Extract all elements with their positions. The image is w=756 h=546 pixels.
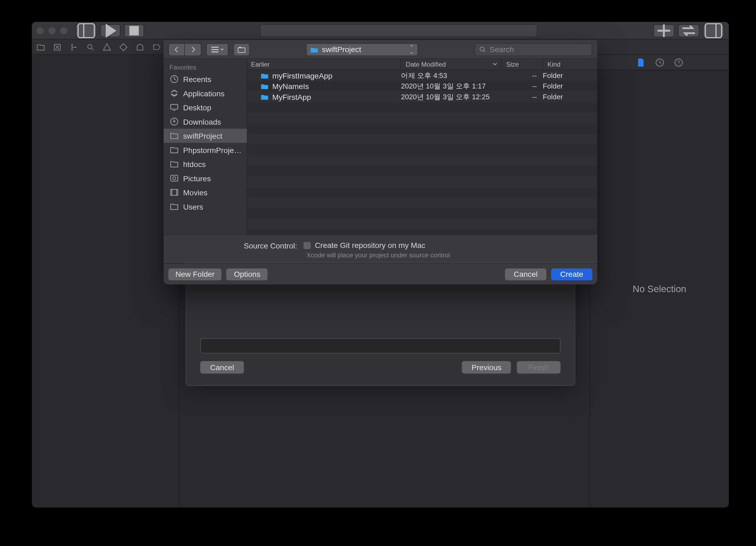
new-folder-button[interactable]: New Folder	[168, 268, 222, 280]
sidebar-item-recents[interactable]: Recents	[164, 72, 247, 86]
sidebar-item-label: Users	[183, 202, 203, 211]
file-inspector-tab[interactable]	[636, 57, 645, 67]
nav-back-button[interactable]	[168, 43, 185, 56]
project-navigator-tab[interactable]	[37, 43, 45, 51]
empty-row	[248, 134, 597, 145]
close-window-button[interactable]	[37, 27, 44, 34]
code-review-button[interactable]	[678, 24, 699, 37]
zoom-window-button[interactable]	[60, 27, 67, 34]
file-row[interactable]: MyNameIs2020년 10월 3일 오후 1:17--Folder	[248, 81, 597, 92]
history-inspector-tab[interactable]	[655, 57, 664, 67]
source-control-navigator-tab[interactable]	[53, 43, 62, 51]
sidebar-item-movies[interactable]: Movies	[164, 185, 247, 200]
stop-icon	[125, 22, 144, 40]
create-button[interactable]: Create	[551, 268, 592, 280]
inspectors-toggle-button[interactable]	[703, 24, 724, 37]
empty-row	[248, 198, 597, 208]
library-button[interactable]	[653, 24, 674, 37]
sidebar-item-label: swiftProject	[183, 131, 222, 140]
empty-row	[248, 113, 597, 123]
help-icon: ?	[674, 57, 683, 67]
source-control-label: Source Control:	[173, 241, 297, 250]
file-kind: Folder	[543, 93, 597, 101]
wizard-text-field[interactable]	[200, 338, 561, 353]
view-mode-popup[interactable]	[206, 43, 228, 56]
minimize-window-button[interactable]	[48, 27, 55, 34]
help-inspector-tab[interactable]: ?	[674, 57, 683, 67]
save-panel-sidebar: Favorites RecentsApplicationsDesktopDown…	[164, 59, 248, 235]
test-navigator-tab[interactable]	[119, 43, 128, 51]
empty-row	[248, 102, 597, 113]
file-size: --	[501, 72, 543, 80]
search-placeholder: Search	[490, 45, 514, 54]
svg-point-7	[71, 49, 73, 50]
column-size-header[interactable]: Size	[501, 59, 543, 70]
symbol-navigator-tab[interactable]	[70, 43, 78, 51]
folder-icon	[170, 202, 179, 211]
file-name: MyFirstApp	[272, 92, 311, 101]
options-button[interactable]: Options	[227, 268, 268, 280]
stop-button[interactable]	[124, 24, 144, 37]
sidebar-item-downloads[interactable]: Downloads	[164, 114, 247, 129]
nav-forward-button[interactable]	[185, 43, 201, 56]
folder-icon	[170, 160, 179, 169]
search-field[interactable]: Search	[474, 43, 593, 56]
wizard-finish-button[interactable]: Finish	[517, 361, 561, 374]
cancel-button[interactable]: Cancel	[505, 268, 546, 280]
svg-rect-0	[78, 23, 94, 37]
column-headers: Earlier Date Modified Size Kind	[248, 59, 597, 70]
folder-icon	[310, 45, 318, 53]
file-row[interactable]: myFirstImageApp어제 오후 4:53--Folder	[248, 70, 597, 81]
sidebar-item-applications[interactable]: Applications	[164, 86, 247, 100]
list-icon	[211, 46, 219, 53]
plus-icon	[654, 22, 674, 40]
sidebar-item-label: Movies	[183, 188, 207, 197]
panel-toggle-button[interactable]	[76, 24, 97, 37]
sidebar-item-swiftproject[interactable]: swiftProject	[164, 129, 247, 143]
xcode-toolbar	[32, 22, 729, 40]
sidebar-item-desktop[interactable]: Desktop	[164, 100, 247, 115]
clock-icon	[655, 57, 664, 67]
group-button[interactable]	[233, 43, 250, 56]
chevron-down-icon	[492, 62, 497, 67]
wizard-previous-button[interactable]: Previous	[462, 361, 511, 374]
column-kind-header[interactable]: Kind	[543, 59, 597, 70]
column-date-label: Date Modified	[406, 61, 446, 68]
sidebar-item-pictures[interactable]: Pictures	[164, 171, 247, 185]
sidebar-right-icon	[703, 22, 723, 40]
svg-rect-2	[129, 26, 139, 35]
find-navigator-tab[interactable]	[86, 43, 95, 51]
sidebar-item-label: Recents	[183, 75, 211, 84]
empty-row	[248, 187, 597, 198]
git-checkbox[interactable]	[303, 241, 311, 250]
chevron-down-icon	[220, 48, 224, 51]
file-name: myFirstImageApp	[272, 71, 332, 80]
save-panel-toolbar: swiftProject ⌃⌄ Search	[164, 40, 597, 59]
svg-rect-3	[705, 23, 721, 37]
sidebar-item-htdocs[interactable]: htdocs	[164, 157, 247, 171]
file-row[interactable]: MyFirstApp2020년 10월 3일 오후 12:25--Folder	[248, 92, 597, 102]
favorites-header: Favorites	[164, 62, 247, 72]
breakpoint-navigator-tab[interactable]	[152, 43, 161, 51]
sidebar-item-label: Applications	[183, 89, 224, 98]
debug-navigator-tab[interactable]	[136, 43, 144, 51]
location-popup[interactable]: swiftProject ⌃⌄	[306, 43, 418, 56]
wizard-cancel-button[interactable]: Cancel	[200, 361, 244, 374]
sidebar-item-phpstormproje-[interactable]: PhpstormProje…	[164, 143, 247, 157]
desktop-icon	[170, 103, 179, 112]
no-selection-label: No Selection	[590, 70, 729, 507]
sidebar-item-users[interactable]: Users	[164, 199, 247, 214]
run-button[interactable]	[100, 24, 120, 37]
svg-point-20	[173, 177, 176, 180]
column-date-header[interactable]: Date Modified	[401, 59, 501, 70]
search-icon	[479, 46, 486, 53]
issue-navigator-tab[interactable]	[103, 43, 111, 51]
sidebar-icon	[76, 22, 96, 40]
empty-row	[248, 219, 597, 230]
empty-row	[248, 208, 597, 219]
svg-point-15	[480, 47, 484, 51]
empty-row	[248, 145, 597, 155]
column-name-header[interactable]: Earlier	[248, 59, 401, 70]
source-control-hint: Xcode will place your project under sour…	[306, 252, 588, 259]
source-control-section: Source Control: Create Git repository on…	[164, 234, 597, 263]
